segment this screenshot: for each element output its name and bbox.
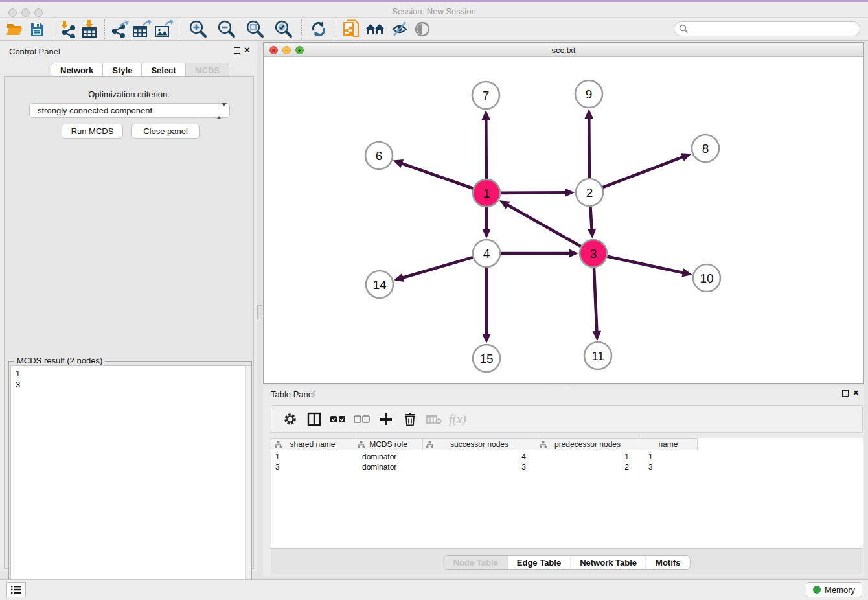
close-panel-button[interactable]: Close panel [131,124,200,139]
zoom-out-icon[interactable] [212,19,240,40]
graph-node-label: 8 [702,142,709,156]
mcds-result-title: MCDS result (2 nodes) [14,356,105,365]
control-panel-tabs: Network Style Select MCDS [51,63,229,77]
show-all-icon[interactable] [411,19,433,40]
graph-edge-2-9[interactable] [589,117,589,178]
graph-edge-arrowhead [394,273,404,282]
close-table-panel-icon[interactable]: × [853,387,859,398]
vertical-splitter-handle[interactable] [257,305,262,319]
graph-edge-1-7[interactable] [486,118,486,179]
toolbar-separator [52,19,52,39]
graph-edge-arrowhead [393,159,404,168]
tab-mcds[interactable]: MCDS [185,63,229,76]
save-session-icon[interactable] [26,19,48,40]
first-neighbors-icon[interactable] [362,19,389,40]
float-table-panel-icon[interactable] [842,390,849,397]
column-header-label: shared name [290,440,335,449]
hide-selected-icon[interactable] [389,19,411,40]
export-network-icon[interactable] [109,19,131,40]
application-window: Session: New Session [0,0,868,600]
graph-node-label: 4 [483,247,490,260]
table-cell: dominator [354,462,423,472]
column-header-successor-nodes[interactable]: successor nodes [423,438,536,450]
export-table-icon[interactable] [131,19,153,40]
optimization-criterion-label: Optimization criterion: [5,89,253,99]
table-cell: dominator [354,452,423,462]
titlebar[interactable]: Session: New Session [0,2,868,18]
toggle-panes-icon[interactable] [302,408,326,431]
graph-node-label: 14 [372,278,387,292]
table-panel: Table Panel × [263,386,864,577]
close-panel-icon[interactable]: × [244,45,250,55]
graph-edge-3-10[interactable] [607,257,684,273]
result-scrollbar[interactable] [245,366,251,600]
optimization-criterion-dropdown[interactable]: strongly connected component [29,103,230,118]
zoom-fit-icon[interactable] [240,19,269,40]
toolbar-separator [336,19,336,39]
column-header-label: name [658,440,678,449]
network-view-window: × − + scc.txt 7968124314101511 [263,42,864,384]
search-field[interactable] [674,21,860,36]
status-bar: Memory [0,579,868,600]
refresh-icon[interactable] [306,19,332,40]
tab-style[interactable]: Style [102,63,141,76]
graph-edge-2-8[interactable] [603,156,685,187]
tab-network-table[interactable]: Network Table [570,556,646,569]
new-session-from-network-icon[interactable] [340,19,362,40]
graph-edge-3-1[interactable] [506,204,580,246]
table-cell: 2 [536,462,639,472]
mcds-result-text[interactable]: 1 3 [10,365,251,600]
graph-node-label: 10 [700,271,713,285]
graph-edge-arrowhead [482,334,491,343]
table-header-row: shared nameMCDS rolesuccessor nodesprede… [271,438,698,450]
export-image-icon[interactable] [153,19,175,40]
tab-select[interactable]: Select [141,63,185,76]
toolbar-separator [179,19,179,39]
import-table-icon[interactable] [78,19,100,40]
graph-node-label: 7 [483,89,490,102]
column-header-MCDS-role[interactable]: MCDS role [354,438,423,450]
select-all-icon[interactable] [326,408,350,431]
memory-button[interactable]: Memory [806,582,862,597]
table-tabs-region: Node Table Edge Table Network Table Moti… [271,548,863,574]
deselect-all-icon[interactable] [350,408,374,431]
graph-edge-3-11[interactable] [594,268,597,333]
graph-edge-2-3[interactable] [590,207,591,231]
column-header-shared-name[interactable]: shared name [271,438,354,450]
graph-edge-arrowhead [565,188,575,197]
graph-edge-1-2[interactable] [501,192,567,193]
tab-network[interactable]: Network [51,63,102,76]
table-cell: 1 [536,452,639,462]
graph-edge-4-14[interactable] [402,257,473,278]
column-header-predecessor-nodes[interactable]: predecessor nodes [536,438,639,450]
search-input[interactable] [689,23,860,35]
graph-node-label: 11 [591,349,604,363]
zoom-selected-icon[interactable] [269,19,297,40]
table-cell: 1 [639,452,698,462]
tab-edge-table[interactable]: Edge Table [507,556,570,569]
tab-motifs[interactable]: Motifs [646,556,689,569]
run-mcds-button[interactable]: Run MCDS [62,124,123,139]
table-row[interactable]: 3dominator323 [271,462,863,472]
network-canvas[interactable]: 7968124314101511 [264,57,863,383]
zoom-in-icon[interactable] [183,19,212,40]
network-window-titlebar[interactable]: × − + scc.txt [264,43,863,57]
dropdown-value: strongly connected component [38,106,152,115]
float-panel-icon[interactable] [234,47,240,54]
graph-edge-1-6[interactable] [400,163,473,189]
table-cell: 4 [423,452,536,462]
tab-node-table[interactable]: Node Table [444,556,507,569]
import-network-icon[interactable] [56,19,78,40]
graph-edge-arrowhead [681,153,691,161]
mcds-tab-content: Optimization criterion: strongly connect… [4,76,254,569]
column-header-label: MCDS role [369,440,407,449]
delete-column-icon[interactable] [398,408,422,431]
table-row[interactable]: 1dominator411 [271,452,863,462]
task-history-button[interactable] [6,582,26,597]
add-column-icon[interactable] [374,408,398,431]
graph-node-label: 1 [483,187,490,200]
column-header-name[interactable]: name [639,438,698,450]
settings-gear-icon[interactable] [278,408,302,431]
node-table: shared nameMCDS rolesuccessor nodesprede… [271,438,863,548]
open-session-icon[interactable] [4,19,26,40]
